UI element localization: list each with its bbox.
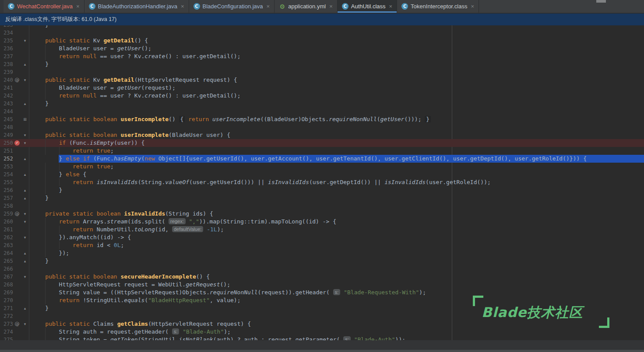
breakpoint-icon[interactable]: ✓ — [14, 140, 20, 146]
code-line[interactable]: 249▾ public static boolean userIncomplet… — [0, 131, 644, 139]
fold-marker-icon[interactable]: ⊞ — [21, 115, 29, 123]
fold-marker-icon[interactable]: ▴ — [21, 194, 29, 202]
code-line[interactable]: 234 — [0, 29, 644, 37]
fold-marker-icon[interactable]: ▴ — [21, 257, 29, 265]
code-line[interactable]: 257▴ } — [0, 194, 644, 202]
fold-marker-icon[interactable]: ▾ — [21, 234, 29, 241]
code-line[interactable]: 256▴ } — [0, 186, 644, 194]
code-line[interactable]: 238▴ } — [0, 60, 644, 68]
code-text[interactable]: BladeUser user = getUser(request); — [29, 84, 644, 92]
code-editor[interactable]: 233 }234235▾ public static Kv getDetail(… — [0, 25, 644, 340]
code-line[interactable]: 250✓▾ if (Func.isEmpty(user)) { — [0, 139, 644, 147]
code-line[interactable]: 245⊞ public static boolean userIncomplet… — [0, 115, 644, 123]
code-text[interactable] — [29, 68, 644, 76]
code-text[interactable]: HttpServletRequest request = WebUtil.get… — [29, 281, 644, 289]
code-line[interactable]: 252▴ } else if (Func.hasEmpty(new Object… — [0, 155, 644, 163]
editor-tab[interactable]: CAuthUtil.class× — [338, 0, 397, 13]
editor-tab[interactable]: CWechatController.java× — [4, 0, 84, 13]
code-line[interactable]: 243▴ } — [0, 100, 644, 108]
code-line[interactable]: 255 return isInvalidIds(String.valueOf(u… — [0, 178, 644, 186]
fold-marker-icon[interactable]: ▾ — [21, 76, 29, 84]
code-line[interactable]: 242 return null == user ? Kv.create() : … — [0, 92, 644, 100]
code-line[interactable]: 244 — [0, 108, 644, 115]
code-line[interactable]: 236 BladeUser user = getUser(); — [0, 45, 644, 52]
code-line[interactable]: 268 HttpServletRequest request = WebUtil… — [0, 281, 644, 289]
code-text[interactable]: } — [29, 25, 644, 29]
fold-marker-icon[interactable]: ▴ — [21, 304, 29, 312]
code-text[interactable]: return null == user ? Kv.create() : user… — [29, 92, 644, 100]
code-line[interactable]: 241 BladeUser user = getUser(request); — [0, 84, 644, 92]
tab-close-icon[interactable]: × — [389, 3, 393, 9]
code-text[interactable]: return id < 0L; — [29, 241, 644, 249]
code-text[interactable]: } — [29, 186, 644, 194]
code-text[interactable]: } — [29, 60, 644, 68]
code-line[interactable]: 259@▾ private static boolean isInvalidId… — [0, 210, 644, 218]
editor-tab[interactable]: CTokenInterceptor.class× — [397, 0, 479, 13]
code-text[interactable]: BladeUser user = getUser(); — [29, 45, 644, 52]
code-line[interactable]: 264▴ }); — [0, 249, 644, 257]
code-line[interactable]: 267▾ public static boolean secureHeaderI… — [0, 273, 644, 281]
code-line[interactable]: 237 return null == user ? Kv.create() : … — [0, 52, 644, 60]
code-text[interactable]: return true; — [29, 147, 644, 155]
fold-marker-icon[interactable]: ▾ — [21, 210, 29, 218]
editor-tab[interactable]: ⚙application.yml× — [274, 0, 338, 13]
code-text[interactable] — [29, 29, 644, 37]
tab-close-icon[interactable]: × — [267, 3, 270, 9]
code-line[interactable]: 262▾ }).anyMatch((id) -> { — [0, 234, 644, 241]
code-line[interactable]: 265▴ } — [0, 257, 644, 265]
code-text[interactable] — [29, 108, 644, 115]
code-text[interactable] — [29, 202, 644, 210]
fold-marker-icon[interactable]: ▴ — [21, 249, 29, 257]
tab-close-icon[interactable]: × — [181, 3, 184, 9]
code-line[interactable]: 253 return true; — [0, 163, 644, 171]
code-text[interactable]: public static Kv getDetail() { — [29, 37, 644, 45]
code-text[interactable] — [29, 123, 644, 131]
code-line[interactable]: 239 — [0, 68, 644, 76]
code-line[interactable]: 233 } — [0, 25, 644, 29]
code-text[interactable]: return NumberUtil.toLong(id, defaultValu… — [29, 226, 644, 234]
code-line[interactable]: 235▾ public static Kv getDetail() { — [0, 37, 644, 45]
fold-marker-icon[interactable]: ▾ — [21, 139, 29, 147]
code-text[interactable]: }).anyMatch((id) -> { — [29, 234, 644, 241]
code-line[interactable]: 251 return true; — [0, 147, 644, 155]
code-text[interactable]: } — [29, 194, 644, 202]
code-text[interactable] — [29, 265, 644, 273]
tab-close-icon[interactable]: × — [471, 3, 474, 9]
code-text[interactable]: } — [29, 257, 644, 265]
scrollbar-thumb[interactable] — [596, 0, 606, 3]
fold-marker-icon[interactable]: ▴ — [21, 186, 29, 194]
code-text[interactable]: return isInvalidIds(String.valueOf(user.… — [29, 178, 644, 186]
code-line[interactable]: 275 String token = getToken(StringUtil.i… — [0, 336, 644, 340]
code-line[interactable]: 258 — [0, 202, 644, 210]
code-text[interactable]: String token = getToken(StringUtil.isNot… — [29, 336, 644, 340]
code-text[interactable]: } else if (Func.hasEmpty(new Object[]{us… — [29, 155, 644, 163]
code-line[interactable]: 254▴ } else { — [0, 171, 644, 178]
fold-marker-icon[interactable]: ▴ — [21, 60, 29, 68]
code-text[interactable]: } else { — [29, 171, 644, 178]
code-line[interactable]: 240@▾ public static Kv getDetail(HttpSer… — [0, 76, 644, 84]
code-text[interactable]: }); — [29, 249, 644, 257]
fold-marker-icon[interactable]: ▴ — [21, 171, 29, 178]
code-text[interactable]: String auth = request.getHeader( s: "Bla… — [29, 328, 644, 336]
code-line[interactable]: 263 return id < 0L; — [0, 241, 644, 249]
fold-marker-icon[interactable]: ▾ — [21, 131, 29, 139]
code-text[interactable]: public static boolean userIncomplete(Bla… — [29, 131, 644, 139]
code-text[interactable]: return Arrays.stream(ids.split( regex: "… — [29, 218, 644, 226]
code-line[interactable]: 248 — [0, 123, 644, 131]
code-text[interactable]: public static Kv getDetail(HttpServletRe… — [29, 76, 644, 84]
fold-marker-icon[interactable]: ▴ — [21, 100, 29, 108]
fold-marker-icon[interactable]: ▾ — [21, 320, 29, 328]
code-line[interactable]: 274 String auth = request.getHeader( s: … — [0, 328, 644, 336]
code-text[interactable]: return true; — [29, 163, 644, 171]
code-text[interactable]: if (Func.isEmpty(user)) { — [29, 139, 644, 147]
fold-marker-icon[interactable]: ▾ — [21, 37, 29, 45]
code-text[interactable]: } — [29, 100, 644, 108]
code-line[interactable]: 261 return NumberUtil.toLong(id, default… — [0, 226, 644, 234]
code-line[interactable]: 260▾ return Arrays.stream(ids.split( reg… — [0, 218, 644, 226]
code-line[interactable]: 266 — [0, 265, 644, 273]
fold-marker-icon[interactable]: ▾ — [21, 273, 29, 281]
fold-marker-icon[interactable]: ▴ — [21, 155, 29, 163]
tab-close-icon[interactable]: × — [329, 3, 333, 9]
tab-close-icon[interactable]: × — [76, 3, 80, 9]
editor-tab[interactable]: CBladeConfiguration.java× — [189, 0, 275, 13]
